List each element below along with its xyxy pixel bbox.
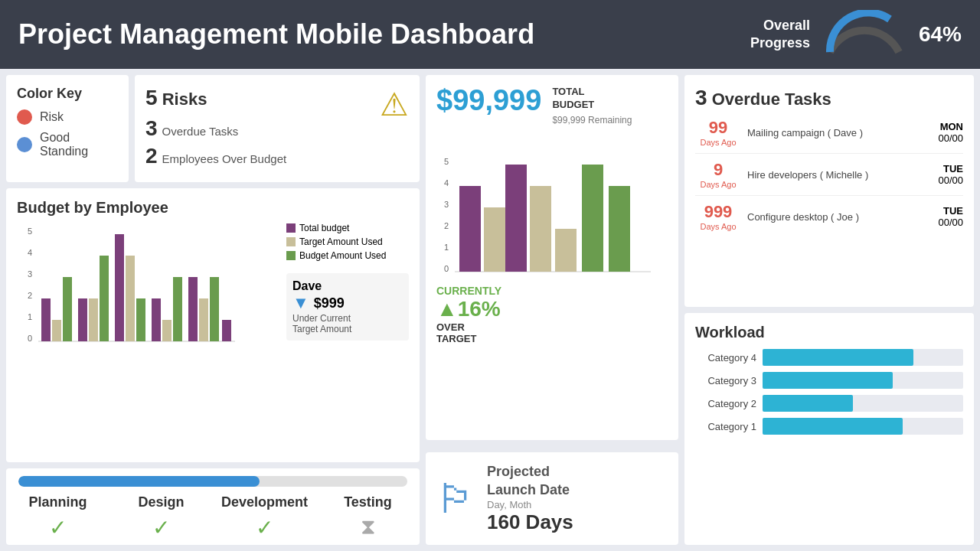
design-check-icon: ✓ — [109, 515, 213, 540]
bar-g2-purple — [78, 298, 87, 341]
task3-date: TUE 00/00 — [938, 205, 963, 228]
bar-g5-tan — [199, 298, 208, 341]
legend-target: Target Amount Used — [286, 236, 409, 247]
wl-cat1-label: Category 1 — [695, 421, 756, 432]
bp-labels: TOTALBUDGET $99,999 Remaining — [552, 86, 632, 126]
dave-name: Dave — [292, 279, 403, 293]
bar-g6-purple — [222, 320, 231, 341]
risk-label: Risk — [40, 110, 64, 124]
bar-dave-tan — [126, 256, 135, 341]
bar-g1-green — [63, 277, 72, 341]
overdue-text: Overdue Tasks — [162, 125, 239, 138]
svg-text:0: 0 — [444, 264, 449, 273]
task1-days: 99 — [695, 118, 741, 138]
budget-title: Budget by Employee — [17, 199, 409, 217]
mid-bar-chart: 0 1 2 3 4 5 — [436, 132, 658, 277]
wl-row-3: Category 3 — [695, 372, 963, 389]
header-right: OverallProgress 64% — [750, 10, 962, 60]
budget-card: Budget by Employee 0 1 2 3 4 5 — [6, 188, 420, 462]
wl-cat2-label: Category 2 — [695, 398, 756, 409]
launch-flag-icon: 🏳 — [436, 476, 476, 522]
svg-text:2: 2 — [444, 221, 449, 230]
dave-sub: Under CurrentTarget Amount — [292, 313, 403, 334]
phase-planning: Planning ✓ — [6, 494, 109, 540]
phase-design: Design ✓ — [109, 494, 213, 540]
overdue-card: 3 Overdue Tasks 99 Days Ago Mailing camp… — [684, 75, 974, 307]
good-circle — [17, 137, 32, 152]
legend-tan-box — [286, 237, 296, 246]
dave-row: ▼ $999 — [292, 293, 403, 313]
task1-desc: Mailing campaign ( Dave ) — [747, 127, 932, 139]
page-title: Project Management Mobile Dashboard — [18, 18, 534, 51]
workload-card: Workload Category 4 Category 3 Category … — [684, 313, 974, 545]
task3-days-col: 999 Days Ago — [695, 202, 741, 231]
task1-days-ago: Days Ago — [695, 138, 741, 147]
planning-check-icon: ✓ — [6, 515, 109, 540]
legend-purple-box — [286, 223, 296, 233]
wl-cat1-bar — [763, 418, 903, 435]
phases-progress-bar — [18, 476, 407, 487]
launch-days: 160 Days — [487, 510, 573, 534]
task3-days-ago: Days Ago — [695, 222, 741, 231]
development-check-icon: ✓ — [213, 515, 316, 540]
dave-amount: $999 — [314, 295, 345, 311]
bar-g4-tan — [162, 320, 172, 341]
color-key-risk: Risk — [17, 109, 118, 125]
svg-text:5: 5 — [444, 157, 449, 166]
svg-text:4: 4 — [28, 248, 32, 257]
svg-text:1: 1 — [444, 243, 449, 252]
task2-days-col: 9 Days Ago — [695, 160, 741, 189]
progress-pct: 64% — [919, 22, 962, 47]
launch-title: ProjectedLaunch Date — [487, 463, 573, 499]
overdue-count: 3 — [695, 86, 707, 109]
mid-bar-tan-3 — [555, 229, 577, 272]
task-row-1: 99 Days Ago Mailing campaign ( Dave ) MO… — [695, 118, 963, 154]
bar-g2-green — [100, 256, 109, 341]
phases-items: Planning ✓ Design ✓ Development ✓ Testin… — [6, 494, 420, 540]
mid-bar-tan-1 — [484, 207, 505, 272]
task3-desc: Configure desktop ( Joe ) — [747, 211, 932, 223]
color-key-good: GoodStanding — [17, 131, 118, 158]
wl-cat2-bar — [763, 395, 853, 412]
bp-top: $99,999 TOTALBUDGET $99,999 Remaining — [436, 86, 668, 126]
svg-text:2: 2 — [28, 291, 32, 300]
warning-icon: ⚠ — [380, 86, 409, 123]
launch-info: ProjectedLaunch Date Day, Moth 160 Days — [487, 463, 573, 534]
bar-g5-green — [210, 277, 219, 341]
svg-text:3: 3 — [444, 200, 449, 209]
bp-currently-label: CURRENTLY — [436, 285, 668, 297]
phase-testing: Testing ⧗ — [316, 494, 420, 540]
header: Project Management Mobile Dashboard Over… — [0, 0, 980, 69]
bp-amount: $99,999 — [436, 86, 541, 115]
task1-days-col: 99 Days Ago — [695, 118, 741, 147]
task-row-2: 9 Days Ago Hire developers ( Michelle ) … — [695, 160, 963, 196]
color-key-title: Color Key — [17, 86, 118, 102]
bar-g5-purple — [188, 277, 198, 341]
phases-progress-fill — [18, 476, 260, 487]
progress-arc-svg — [822, 10, 906, 60]
mid-bar-tan-2 — [530, 186, 551, 272]
svg-text:1: 1 — [28, 312, 32, 321]
svg-text:4: 4 — [444, 178, 449, 187]
wl-cat3-label: Category 3 — [695, 375, 756, 386]
phases-card: Planning ✓ Design ✓ Development ✓ Testin… — [6, 468, 420, 545]
bp-over-label: OVERTARGET — [436, 321, 668, 344]
workload-title: Workload — [695, 324, 963, 341]
bp-pct: ▲16% — [436, 297, 668, 321]
phase-development-label: Development — [213, 494, 316, 510]
budget-chart-svg: 0 1 2 3 4 5 — [17, 223, 239, 345]
legend-total-label: Total budget — [299, 223, 349, 233]
task3-days: 999 — [695, 202, 741, 222]
phase-testing-label: Testing — [316, 494, 420, 510]
bar-g4-green — [173, 277, 182, 341]
phase-planning-label: Planning — [6, 494, 109, 510]
bar-g2-tan — [89, 298, 98, 341]
risks-card: 5 Risks 3 Overdue Tasks 2 Employees Over… — [135, 75, 420, 182]
phase-design-label: Design — [109, 494, 213, 510]
wl-row-4: Category 4 — [695, 349, 963, 366]
task2-date: TUE 00/00 — [938, 163, 963, 186]
dave-highlight: Dave ▼ $999 Under CurrentTarget Amount — [286, 273, 409, 341]
wl-cat3-bar — [763, 372, 893, 389]
bp-currently-block: CURRENTLY ▲16% OVERTARGET — [436, 285, 668, 344]
progress-label: OverallProgress — [750, 17, 810, 53]
